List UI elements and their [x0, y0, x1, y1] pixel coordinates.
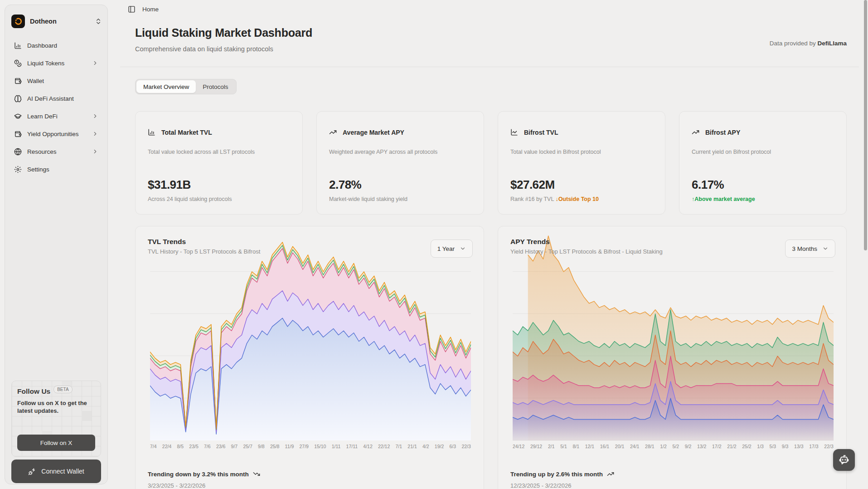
- x-axis-label: 24/12: [513, 444, 524, 449]
- tvl-chart-subtitle: TVL History - Top 5 LST Protocols & Bifr…: [148, 248, 260, 255]
- sidebar: Dotheon DashboardLiquid TokensWalletAI D…: [5, 5, 108, 484]
- data-source-name: DefiLlama: [817, 40, 847, 47]
- x-axis-label: 20/1: [615, 444, 624, 449]
- sidebar-item-resources[interactable]: Resources: [10, 144, 103, 159]
- x-axis-label: 21/1: [407, 444, 417, 449]
- x-axis-label: 13/3: [794, 444, 803, 449]
- x-axis-label: 4/12: [363, 444, 372, 449]
- sidebar-item-label: Settings: [27, 166, 49, 173]
- tvl-range-select[interactable]: 1 Year: [431, 240, 473, 258]
- follow-on-x-button[interactable]: Follow on X: [17, 435, 95, 451]
- sidebar-item-label: Liquid Tokens: [27, 60, 64, 67]
- x-axis-label: 1/11: [332, 444, 341, 449]
- tab-market-overview[interactable]: Market Overview: [136, 80, 196, 93]
- sidebar-item-settings[interactable]: Settings: [10, 161, 103, 177]
- x-axis-label: 5/1: [560, 444, 567, 449]
- x-axis-label: 19/2: [435, 444, 444, 449]
- chat-assistant-button[interactable]: [833, 449, 855, 471]
- x-axis-label: 23/6: [216, 444, 225, 449]
- sidebar-item-wallet[interactable]: Wallet: [10, 73, 103, 88]
- tvl-chart-plot[interactable]: [150, 230, 471, 440]
- x-axis-label: 16/1: [600, 444, 609, 449]
- chevron-right-icon: [92, 113, 98, 119]
- x-axis-label: 23/5: [189, 444, 198, 449]
- apy-trend-note: Trending up by 2.6% this month: [510, 470, 614, 478]
- stat-card-title: Bifrost APY: [705, 129, 740, 136]
- sidebar-item-label: Learn DeFi: [27, 113, 58, 120]
- beta-badge: BETA: [53, 386, 72, 393]
- sidebar-item-label: Wallet: [27, 78, 44, 84]
- stat-card-total-market-tvl: Total Market TVL Total value locked acro…: [135, 111, 303, 215]
- trending-up-icon: [607, 470, 614, 478]
- stat-card-average-market-apy: Average Market APY Weighted average APY …: [316, 111, 484, 215]
- x-axis-label: 9/7: [231, 444, 238, 449]
- x-axis-label: 5/3: [770, 444, 776, 449]
- page-subtitle: Comprehensive data on liquid staking pro…: [135, 45, 273, 53]
- sidebar-item-dashboard[interactable]: Dashboard: [10, 38, 103, 53]
- chevron-right-icon: [92, 148, 98, 155]
- apy-chart-plot[interactable]: [513, 230, 834, 440]
- x-axis-label: 15/10: [314, 444, 326, 449]
- sidebar-item-liquid-tokens[interactable]: Liquid Tokens: [10, 55, 103, 71]
- x-axis-label: 17/3: [809, 444, 818, 449]
- apy-trends-card: APY Trends Yield History - Top LST Proto…: [498, 226, 847, 489]
- tvl-trend-text: Trending down by 3.2% this month: [148, 471, 249, 478]
- stat-card-title: Total Market TVL: [161, 129, 212, 136]
- chevron-right-icon: [92, 60, 98, 66]
- view-tabs: Market Overview Protocols: [135, 79, 237, 94]
- x-axis-label: 6/3: [450, 444, 456, 449]
- x-axis-label: 17/11: [346, 444, 358, 449]
- x-axis-label: 7/4: [150, 444, 157, 449]
- tvl-x-axis-labels: 7/422/48/523/57/623/69/725/79/825/811/92…: [150, 444, 471, 449]
- connect-wallet-button[interactable]: Connect Wallet: [11, 460, 101, 483]
- graduation-cap-icon: [14, 112, 22, 120]
- data-source-prefix: Data provided by: [770, 40, 818, 47]
- stat-card-subtext: Rank #16 by TVL ↓Outside Top 10: [510, 196, 599, 202]
- stat-card-subtext: ↑Above market average: [692, 196, 755, 202]
- stat-card-value: 2.78%: [329, 178, 361, 192]
- x-axis-label: 22/3: [461, 444, 470, 449]
- stat-card-title: Average Market APY: [343, 129, 404, 136]
- chevrons-up-down-icon: [95, 18, 102, 25]
- x-axis-label: 7/1: [396, 444, 402, 449]
- plug-zap-icon: [28, 468, 36, 475]
- stat-card-subtext: Across 24 liquid staking protocols: [148, 196, 232, 202]
- workspace-switcher[interactable]: Dotheon: [11, 12, 102, 30]
- chevron-down-icon: [822, 245, 829, 252]
- x-axis-label: 9/3: [782, 444, 789, 449]
- x-axis-label: 1/2: [660, 444, 667, 449]
- x-axis-label: 22/12: [378, 444, 390, 449]
- x-axis-label: 22/4: [162, 444, 171, 449]
- sidebar-item-learn-defi[interactable]: Learn DeFi: [10, 108, 103, 124]
- above-average-badge: ↑Above market average: [692, 196, 755, 202]
- follow-us-card: Follow Us BETA Follow us on X to get the…: [11, 381, 101, 457]
- coins-icon: [14, 59, 22, 67]
- tab-protocols[interactable]: Protocols: [196, 80, 235, 93]
- x-axis-label: 17/2: [712, 444, 721, 449]
- brand-name: Dotheon: [30, 18, 57, 25]
- sidebar-item-ai-defi-assistant[interactable]: AI DeFi Assistant: [10, 91, 103, 106]
- sidebar-toggle-icon[interactable]: [128, 5, 136, 13]
- x-axis-label: 1/3: [757, 444, 764, 449]
- page-title: Liquid Staking Market Dashboard: [135, 26, 312, 39]
- globe-icon: [14, 148, 22, 156]
- x-axis-label: 9/2: [685, 444, 692, 449]
- stat-card-value: 6.17%: [692, 178, 724, 192]
- tvl-chart-title: TVL Trends: [148, 238, 186, 246]
- x-axis-label: 2/1: [548, 444, 555, 449]
- chevron-down-icon: [460, 245, 466, 252]
- stat-card-description: Total value locked in Bifrost protocol: [510, 149, 601, 155]
- follow-us-header: Follow Us BETA: [17, 387, 95, 396]
- sidebar-item-label: Dashboard: [27, 42, 57, 49]
- x-axis-label: 13/2: [697, 444, 706, 449]
- stat-card-bifrost-tvl: Bifrost TVL Total value locked in Bifros…: [498, 111, 665, 215]
- sidebar-item-yield-opportunities[interactable]: Yield Opportunities: [10, 126, 103, 142]
- apy-range-select[interactable]: 3 Months: [785, 240, 835, 258]
- x-axis-label: 25/7: [243, 444, 252, 449]
- breadcrumb-home[interactable]: Home: [142, 6, 159, 13]
- main-scrollbar[interactable]: [864, 0, 867, 250]
- wallet-icon: [14, 130, 22, 138]
- connect-wallet-label: Connect Wallet: [41, 468, 84, 475]
- x-axis-label: 8/1: [572, 444, 579, 449]
- apy-range-value: 3 Months: [792, 245, 817, 252]
